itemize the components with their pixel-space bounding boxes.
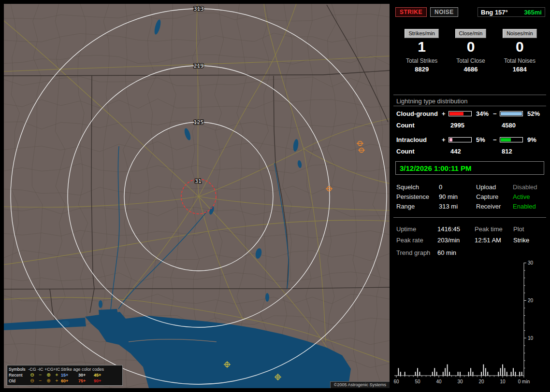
strikes-rate-column: Strikes/min 1 Total Strikes 8829 — [397, 29, 446, 73]
ic-positive-pct: 5% — [474, 136, 493, 143]
settings-panel: Squelch 0 Upload Disabled Persistence 90… — [393, 182, 546, 211]
squelch-value: 0 — [439, 183, 476, 191]
legend-recent-label: Recent — [9, 373, 28, 378]
intracloud-row: Intracloud + 5% − 9% — [393, 135, 546, 144]
cloud-ground-count-row: Count 2995 4580 — [393, 121, 546, 129]
age-badge-15: 15+ — [61, 373, 78, 378]
total-noises-label: Total Noises — [504, 57, 536, 64]
recent-neg-cg-icon: ⊖ — [28, 373, 36, 378]
total-noises-value: 1684 — [513, 66, 527, 73]
age-badge-30: 30+ — [78, 373, 94, 378]
uptime-label: Uptime — [396, 225, 437, 233]
copyright-notice: ©2005 Astrogenic Systems — [330, 381, 390, 388]
ic-positive-bar — [449, 137, 472, 142]
capture-label: Capture — [476, 193, 513, 200]
ic-positive-count: 442 — [449, 148, 474, 155]
range-ring-label-313: 313 — [194, 6, 204, 12]
upload-status: Disabled — [513, 183, 546, 191]
divider — [393, 217, 546, 218]
plot-value: Strike — [513, 237, 546, 244]
map-legend: Symbols -CG -IC +CG +IC Strike age color… — [7, 365, 123, 386]
cg-negative-bar — [500, 111, 523, 116]
svg-text:10: 10 — [528, 336, 534, 341]
cg-negative-count: 4580 — [500, 122, 525, 129]
legend-col-pos-cg: +CG — [44, 367, 53, 372]
svg-text:50: 50 — [415, 379, 420, 384]
range-ring-label-31: 31 — [195, 178, 202, 184]
total-strikes-label: Total Strikes — [406, 57, 437, 64]
peak-time-label: Peak time — [475, 225, 513, 233]
count-label: Count — [396, 148, 442, 155]
persistence-label: Persistence — [396, 193, 439, 200]
intracloud-count-row: Count 442 812 — [393, 147, 546, 155]
total-close-label: Total Close — [456, 57, 485, 64]
ic-negative-bar-fill — [501, 138, 511, 141]
noises-per-min-value: 0 — [516, 39, 524, 55]
range-label: Range — [396, 203, 439, 210]
mode-toolbar: STRIKE NOISE Bng 157° 365mi — [393, 7, 546, 17]
trend-graph-header: Trend graph 60 min — [393, 249, 546, 256]
uptime-value: 1416:45 — [437, 225, 475, 233]
cg-positive-bar — [449, 111, 472, 116]
svg-text:20: 20 — [478, 379, 484, 384]
noises-rate-column: Noises/min 0 Total Noises 1684 — [495, 29, 544, 73]
legend-col-neg-ic: -IC — [36, 367, 44, 372]
recent-neg-ic-icon: − — [36, 373, 44, 378]
total-close-value: 4686 — [464, 66, 478, 73]
old-neg-cg-icon: ⊖ — [28, 378, 36, 383]
minus-sign: − — [493, 110, 500, 117]
ic-negative-bar — [500, 137, 523, 142]
divider — [393, 95, 546, 95]
rate-panel: Strikes/min 1 Total Strikes 8829 Close/m… — [397, 29, 544, 73]
noises-per-min-label: Noises/min — [503, 29, 536, 38]
bearing-label: Bng 157° — [481, 9, 508, 16]
svg-text:30: 30 — [528, 261, 534, 266]
divider — [393, 106, 546, 106]
bearing-range: 365mi — [524, 9, 542, 16]
clock-box: 3/12/2026 1:00:11 PM — [395, 161, 544, 175]
svg-text:30: 30 — [457, 379, 463, 384]
ic-negative-pct: 9% — [525, 136, 544, 143]
legend-col-pos-ic: +IC — [53, 367, 61, 372]
svg-text:40: 40 — [436, 379, 442, 384]
recent-pos-cg-icon: ⊕ — [44, 373, 53, 378]
cg-positive-bar-fill — [449, 112, 463, 115]
persistence-value: 90 min — [439, 193, 476, 200]
upload-label: Upload — [476, 183, 513, 191]
range-ring-label-125: 125 — [194, 119, 204, 126]
legend-age-header: Strike age color codes — [61, 367, 109, 372]
status-sidebar: STRIKE NOISE Bng 157° 365mi Strikes/min … — [393, 4, 546, 388]
svg-text:10: 10 — [500, 379, 506, 384]
cloud-ground-label: Cloud-ground — [396, 110, 442, 117]
radar-map[interactable]: 313 219 125 31 Symbols -CG -IC +CG +IC — [4, 4, 390, 388]
ic-positive-bar-fill — [449, 138, 452, 141]
trend-graph: 1020306050403020100 min — [393, 261, 546, 388]
cloud-ground-row: Cloud-ground + 34% − 52% — [393, 109, 546, 118]
total-strikes-value: 8829 — [415, 66, 429, 73]
cg-positive-count: 2995 — [449, 122, 474, 129]
receiver-label: Receiver — [476, 203, 513, 210]
strike-mode-button[interactable]: STRIKE — [395, 7, 427, 17]
plot-label: Plot — [513, 225, 546, 233]
strikes-per-min-label: Strikes/min — [405, 29, 438, 38]
close-per-min-value: 0 — [467, 39, 475, 55]
recent-pos-ic-icon: + — [53, 373, 61, 378]
old-pos-cg-icon: ⊕ — [44, 378, 53, 383]
range-value: 313 mi — [439, 203, 476, 210]
range-ring-label-219: 219 — [194, 63, 204, 69]
cg-positive-pct: 34% — [474, 110, 493, 117]
minus-sign: − — [493, 136, 500, 143]
cg-negative-pct: 52% — [525, 110, 544, 117]
noise-mode-button[interactable]: NOISE — [430, 7, 458, 17]
date-time-readout: 3/12/2026 1:00:11 PM — [400, 164, 471, 172]
close-per-min-label: Close/min — [455, 29, 487, 38]
plus-sign: + — [442, 136, 449, 143]
age-badge-60: 60+ — [61, 378, 78, 383]
count-label: Count — [396, 122, 442, 129]
legend-col-neg-cg: -CG — [28, 367, 36, 372]
bearing-readout: Bng 157° 365mi — [478, 7, 545, 17]
peak-rate-value: 203/min — [437, 237, 475, 244]
ic-negative-count: 812 — [500, 148, 525, 155]
svg-text:60: 60 — [393, 379, 399, 384]
old-pos-ic-icon: + — [53, 378, 61, 383]
